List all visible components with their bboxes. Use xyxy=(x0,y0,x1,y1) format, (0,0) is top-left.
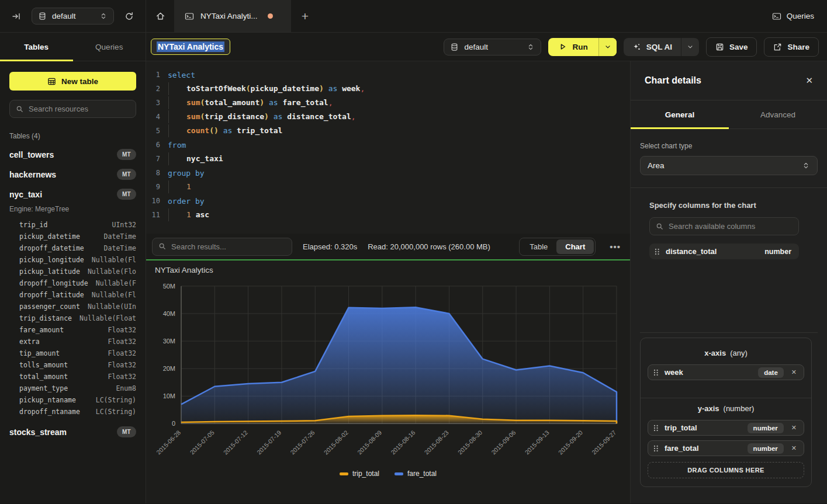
table-engine-badge: MT xyxy=(117,149,136,160)
column-name: tip_amount xyxy=(19,349,60,357)
search-resources-input[interactable] xyxy=(29,105,130,113)
axes-configurator: x-axis (any) weekdate✕ y-axis (number) t… xyxy=(640,338,812,487)
table-item-cell_towers[interactable]: cell_towersMT xyxy=(9,149,136,160)
line-number: 3 xyxy=(146,99,160,107)
svg-text:30M: 30M xyxy=(163,338,175,345)
new-table-button[interactable]: New table xyxy=(9,72,136,91)
search-columns-input[interactable] xyxy=(669,222,793,231)
drag-handle-icon[interactable] xyxy=(653,424,659,432)
column-type-badge: date xyxy=(758,367,784,378)
new-tab-icon[interactable]: + xyxy=(291,0,319,32)
table-item-hackernews[interactable]: hackernewsMT xyxy=(9,169,136,180)
home-icon[interactable] xyxy=(146,0,174,32)
column-row[interactable]: dropoff_datetimeDateTime xyxy=(19,242,136,254)
legend-item-fare_total[interactable]: fare_total xyxy=(395,470,437,478)
line-number: 4 xyxy=(146,113,160,121)
sql-ai-button[interactable]: SQL AI xyxy=(624,38,681,56)
run-options-chevron[interactable] xyxy=(598,38,617,56)
code-text: group by xyxy=(168,169,205,178)
columns-search[interactable] xyxy=(649,217,799,235)
svg-text:2015-08-02: 2015-08-02 xyxy=(323,429,350,456)
tab-advanced[interactable]: Advanced xyxy=(729,100,827,128)
column-row[interactable]: extraFloat32 xyxy=(19,336,136,347)
column-row[interactable]: payment_typeEnum8 xyxy=(19,383,136,394)
refresh-icon[interactable] xyxy=(121,8,137,25)
table-item-stocks_stream[interactable]: stocks_streamMT xyxy=(9,426,136,437)
column-row[interactable]: pickup_ntanameLC(String) xyxy=(19,394,136,406)
column-row[interactable]: dropoff_latitudeNullable(Fl xyxy=(19,289,136,301)
chart-type-select[interactable]: Area xyxy=(640,156,818,175)
svg-text:2015-09-06: 2015-09-06 xyxy=(490,429,517,456)
remove-column-icon[interactable]: ✕ xyxy=(790,424,798,432)
chart-title: NYTaxi Analytics xyxy=(155,266,213,274)
indent-guide xyxy=(168,96,186,109)
queries-button[interactable]: Queries xyxy=(759,0,827,32)
more-options-icon[interactable]: ••• xyxy=(606,242,624,252)
legend-swatch xyxy=(340,472,348,475)
column-row[interactable]: trip_idUInt32 xyxy=(19,219,136,231)
column-row[interactable]: total_amountFloat32 xyxy=(19,371,136,383)
column-name: trip_id xyxy=(19,221,47,229)
remove-column-icon[interactable]: ✕ xyxy=(790,444,798,452)
drag-handle-icon[interactable] xyxy=(653,444,659,453)
chevron-updown-icon xyxy=(527,43,535,51)
drag-columns-dropzone[interactable]: DRAG COLUMNS HERE xyxy=(648,462,804,478)
column-chip-name: trip_total xyxy=(665,423,742,432)
column-chip-distance_total[interactable]: distance_totalnumber xyxy=(649,244,799,259)
column-row[interactable]: dropoff_longitudeNullable(F xyxy=(19,277,136,289)
tab-nytaxi-analytics[interactable]: NYTaxi Analyti... xyxy=(174,0,291,32)
legend-item-trip_total[interactable]: trip_total xyxy=(340,470,379,478)
search-results-input[interactable] xyxy=(171,242,286,251)
available-columns-list: distance_totalnumber xyxy=(649,244,799,259)
tables-section-label: Tables (4) xyxy=(9,132,136,140)
tab-general[interactable]: General xyxy=(631,100,729,128)
column-row[interactable]: tolls_amountFloat32 xyxy=(19,359,136,371)
column-chip-week[interactable]: weekdate✕ xyxy=(648,364,804,380)
tab-queries[interactable]: Queries xyxy=(73,33,146,61)
share-button[interactable]: Share xyxy=(764,37,819,57)
chart-pane[interactable]: 010M20M30M40M50M2015-06-282015-07-052015… xyxy=(146,259,630,503)
drag-handle-icon[interactable] xyxy=(653,369,659,377)
table-item-nyc_taxi[interactable]: nyc_taxiMT xyxy=(9,189,136,200)
table-engine-badge: MT xyxy=(117,426,136,437)
sql-editor[interactable]: 1select2toStartOfWeek(pickup_datetime) a… xyxy=(146,61,630,234)
sql-ai-options-chevron[interactable] xyxy=(681,38,699,56)
results-search[interactable] xyxy=(152,238,292,256)
line-number: 5 xyxy=(146,127,160,135)
main-area: NYTaxi Analytics default Run SQL AI xyxy=(146,33,827,503)
drag-handle-icon[interactable] xyxy=(655,248,660,256)
close-icon[interactable]: ✕ xyxy=(805,75,813,86)
column-chip-fare_total[interactable]: fare_totalnumber✕ xyxy=(648,440,804,456)
run-button[interactable]: Run xyxy=(548,38,598,56)
column-row[interactable]: fare_amountFloat32 xyxy=(19,324,136,336)
column-row[interactable]: dropoff_ntanameLC(String) xyxy=(19,406,136,418)
column-row[interactable]: passenger_countNullable(UIn xyxy=(19,301,136,312)
x-axis-items: weekdate✕ xyxy=(648,364,804,388)
database-selector[interactable]: default xyxy=(32,8,114,25)
svg-text:2015-07-05: 2015-07-05 xyxy=(189,429,216,456)
queries-label: Queries xyxy=(787,12,814,20)
columns-group: Specify columns for the chart distance_t… xyxy=(649,201,799,259)
tab-tables[interactable]: Tables xyxy=(0,33,73,61)
column-row[interactable]: trip_distanceNullable(Float xyxy=(19,312,136,324)
column-row[interactable]: tip_amountFloat32 xyxy=(19,347,136,359)
database-icon xyxy=(450,43,459,51)
column-chip-trip_total[interactable]: trip_totalnumber✕ xyxy=(648,420,804,436)
search-icon xyxy=(16,105,24,113)
toolbar-database-selector[interactable]: default xyxy=(444,39,541,55)
column-row[interactable]: pickup_datetimeDateTime xyxy=(19,231,136,242)
column-row[interactable]: pickup_latitudeNullable(Flo xyxy=(19,266,136,277)
collapse-sidebar-icon[interactable] xyxy=(8,8,25,25)
sidebar-search[interactable] xyxy=(9,100,136,118)
code-text: order by xyxy=(168,197,205,206)
remove-column-icon[interactable]: ✕ xyxy=(790,369,798,376)
query-title-input[interactable]: NYTaxi Analytics xyxy=(151,39,230,55)
toggle-table-view[interactable]: Table xyxy=(521,239,556,254)
toggle-chart-view[interactable]: Chart xyxy=(556,239,594,254)
column-row[interactable]: pickup_longitudeNullable(Fl xyxy=(19,254,136,266)
tab-general-label: General xyxy=(665,110,694,119)
column-type: Nullable(Fl xyxy=(92,256,136,264)
code-line: 1select xyxy=(146,68,630,82)
column-name: pickup_longitude xyxy=(19,256,84,264)
save-button[interactable]: Save xyxy=(706,37,757,57)
